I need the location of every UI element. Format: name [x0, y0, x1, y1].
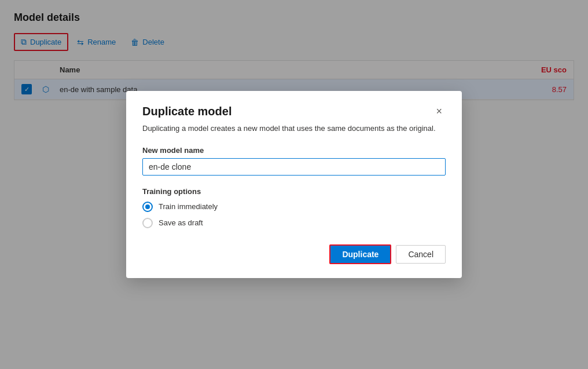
dialog-description: Duplicating a model creates a new model …: [142, 123, 446, 134]
training-options-label: Training options: [142, 187, 446, 196]
dialog-close-button[interactable]: ×: [432, 105, 446, 118]
radio-train-immediately-circle: [142, 202, 153, 212]
radio-train-immediately-dot: [145, 204, 150, 209]
radio-save-as-draft-circle: [142, 218, 153, 228]
radio-group: Train immediately Save as draft: [142, 202, 446, 228]
duplicate-confirm-button[interactable]: Duplicate: [329, 244, 391, 264]
cancel-button[interactable]: Cancel: [396, 245, 446, 264]
radio-train-immediately-label: Train immediately: [159, 202, 218, 211]
duplicate-dialog: Duplicate model × Duplicating a model cr…: [126, 91, 462, 278]
dialog-title: Duplicate model: [142, 105, 231, 118]
new-model-name-label: New model name: [142, 146, 446, 155]
modal-overlay: Duplicate model × Duplicating a model cr…: [0, 0, 588, 369]
dialog-header: Duplicate model ×: [142, 105, 446, 118]
radio-save-as-draft-label: Save as draft: [159, 218, 203, 227]
dialog-footer: Duplicate Cancel: [142, 244, 446, 264]
radio-save-as-draft[interactable]: Save as draft: [142, 218, 446, 228]
radio-train-immediately[interactable]: Train immediately: [142, 202, 446, 212]
new-model-name-input[interactable]: [142, 158, 446, 176]
